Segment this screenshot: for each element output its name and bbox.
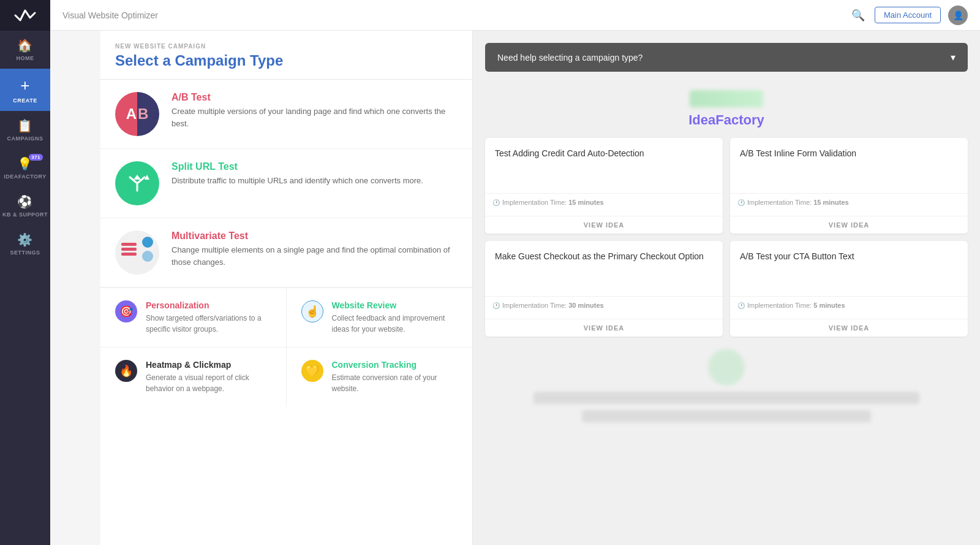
sidebar-item-campaigns-label: CAMPAIGNS xyxy=(7,135,43,142)
blur-bar-1 xyxy=(533,392,919,404)
app-title: Visual Website Optimizer xyxy=(62,10,851,20)
bottom-grid: 🎯 Personalization Show targeted offers/v… xyxy=(100,288,472,406)
idea-card-3-body: Make Guest Checkout as the Primary Check… xyxy=(485,241,723,296)
sidebar-item-ideafactory[interactable]: 371 💡 IDEAFACTORY xyxy=(0,149,50,187)
ab-test-desc: Create multiple versions of your landing… xyxy=(172,105,458,129)
new-campaign-label: NEW WEBSITE CAMPAIGN xyxy=(115,43,458,50)
blur-element-circle xyxy=(708,349,745,386)
idea-factory-section: IdeaFactory Test Adding Credit Card Auto… xyxy=(485,90,968,337)
personalization-desc: Show targeted offers/variations to a spe… xyxy=(146,313,271,335)
topbar: Visual Website Optimizer 🔍 Main Account … xyxy=(50,0,980,31)
sidebar-item-campaigns[interactable]: 📋 CAMPAIGNS xyxy=(0,111,50,149)
conversion-icon: 💛 xyxy=(301,360,323,382)
multivariate-desc: Change multiple elements on a single pag… xyxy=(172,244,458,268)
clock-icon-2: 🕐 xyxy=(737,199,745,206)
conversion-text: Conversion Tracking Estimate conversion … xyxy=(332,360,458,394)
kb-support-icon: ⚽ xyxy=(17,194,33,209)
idea-card-1: Test Adding Credit Card Auto-Detection 🕐… xyxy=(485,138,723,234)
ideas-grid: Test Adding Credit Card Auto-Detection 🕐… xyxy=(485,138,968,337)
settings-icon: ⚙️ xyxy=(17,232,33,247)
heatmap-name: Heatmap & Clickmap xyxy=(146,360,271,370)
right-panel: Need help selecting a campaign type? ▾ I… xyxy=(473,31,980,545)
personalization-name: Personalization xyxy=(146,300,271,310)
multivariate-text: Multivariate Test Change multiple elemen… xyxy=(172,231,458,268)
sidebar-item-kb-label: KB & SUPPORT xyxy=(2,212,48,218)
help-dropdown-label: Need help selecting a campaign type? xyxy=(497,53,643,63)
campaigns-icon: 📋 xyxy=(17,118,33,133)
idea-card-4-title: A/B Test your CTA Button Text xyxy=(740,251,958,263)
page-title: Select a Campaign Type xyxy=(115,52,458,69)
idea-card-2-title: A/B Test Inline Form Validation xyxy=(740,148,958,160)
svg-marker-0 xyxy=(134,175,141,180)
sidebar-item-home-label: HOME xyxy=(17,55,34,61)
website-review-desc: Collect feedback and improvement ideas f… xyxy=(332,313,458,335)
idea-card-3-time: 🕐 Implementation Time: 30 minutes xyxy=(492,302,715,309)
personalization-icon: 🎯 xyxy=(115,300,137,322)
website-review-item[interactable]: ☝️ Website Review Collect feedback and i… xyxy=(287,288,473,347)
heatmap-desc: Generate a visual report of click behavi… xyxy=(146,372,271,394)
ideafactory-badge: 371 xyxy=(29,154,43,161)
idea-card-1-body: Test Adding Credit Card Auto-Detection xyxy=(485,138,723,193)
chevron-down-icon: ▾ xyxy=(951,51,956,63)
avatar[interactable]: 👤 xyxy=(948,6,968,25)
ab-test-text: A/B Test Create multiple versions of you… xyxy=(172,92,458,129)
website-review-text: Website Review Collect feedback and impr… xyxy=(332,300,458,335)
ab-test-name: A/B Test xyxy=(172,92,458,103)
app-logo[interactable] xyxy=(0,0,50,31)
multivariate-icon xyxy=(115,231,159,275)
create-icon: + xyxy=(20,76,30,95)
conversion-desc: Estimate conversion rate of your website… xyxy=(332,372,458,394)
sidebar-item-settings-label: SETTINGS xyxy=(10,250,40,256)
website-review-name: Website Review xyxy=(332,300,458,310)
idea-card-3: Make Guest Checkout as the Primary Check… xyxy=(485,241,723,337)
panel-header: NEW WEBSITE CAMPAIGN Select a Campaign T… xyxy=(100,31,472,80)
idea-card-1-footer: 🕐 Implementation Time: 15 minutes xyxy=(485,193,723,216)
sidebar-item-settings[interactable]: ⚙️ SETTINGS xyxy=(0,225,50,263)
ab-test-icon: AB xyxy=(115,92,159,136)
sidebar-item-home[interactable]: 🏠 HOME xyxy=(0,31,50,69)
conversion-item[interactable]: 💛 Conversion Tracking Estimate conversio… xyxy=(287,347,473,406)
heatmap-item[interactable]: 🔥 Heatmap & Clickmap Generate a visual r… xyxy=(100,347,287,406)
idea-card-3-footer: 🕐 Implementation Time: 30 minutes xyxy=(485,296,723,319)
idea-card-3-title: Make Guest Checkout as the Primary Check… xyxy=(495,251,713,263)
home-icon: 🏠 xyxy=(17,38,33,53)
split-url-text: Split URL Test Distribute traffic to mul… xyxy=(172,161,423,187)
clock-icon-3: 🕐 xyxy=(492,302,500,309)
split-url-option[interactable]: Split URL Test Distribute traffic to mul… xyxy=(100,149,472,218)
idea-card-1-title: Test Adding Credit Card Auto-Detection xyxy=(495,148,713,160)
idea-card-2-footer: 🕐 Implementation Time: 15 minutes xyxy=(730,193,968,216)
idea-card-4: A/B Test your CTA Button Text 🕐 Implemen… xyxy=(730,241,968,337)
view-idea-3-button[interactable]: VIEW IDEA xyxy=(485,319,723,337)
website-review-icon: ☝️ xyxy=(301,300,323,322)
sidebar-item-create[interactable]: + CREATE xyxy=(0,69,50,111)
search-icon[interactable]: 🔍 xyxy=(851,9,865,22)
ab-test-option[interactable]: AB A/B Test Create multiple versions of … xyxy=(100,80,472,149)
main-account-button[interactable]: Main Account xyxy=(875,7,941,23)
clock-icon: 🕐 xyxy=(492,199,500,206)
idea-card-2: A/B Test Inline Form Validation 🕐 Implem… xyxy=(730,138,968,234)
idea-card-1-time: 🕐 Implementation Time: 15 minutes xyxy=(492,199,715,206)
personalization-item[interactable]: 🎯 Personalization Show targeted offers/v… xyxy=(100,288,287,347)
view-idea-1-button[interactable]: VIEW IDEA xyxy=(485,216,723,234)
sidebar-item-kb-support[interactable]: ⚽ KB & SUPPORT xyxy=(0,187,50,225)
view-idea-4-button[interactable]: VIEW IDEA xyxy=(730,319,968,337)
heatmap-icon: 🔥 xyxy=(115,360,137,382)
idea-card-4-time: 🕐 Implementation Time: 5 minutes xyxy=(737,302,960,309)
idea-card-4-body: A/B Test your CTA Button Text xyxy=(730,241,968,296)
split-url-desc: Distribute traffic to multiple URLs and … xyxy=(172,175,423,187)
multivariate-name: Multivariate Test xyxy=(172,231,458,242)
view-idea-2-button[interactable]: VIEW IDEA xyxy=(730,216,968,234)
multivariate-option[interactable]: Multivariate Test Change multiple elemen… xyxy=(100,218,472,288)
heatmap-text: Heatmap & Clickmap Generate a visual rep… xyxy=(146,360,271,394)
idea-card-2-time: 🕐 Implementation Time: 15 minutes xyxy=(737,199,960,206)
help-dropdown[interactable]: Need help selecting a campaign type? ▾ xyxy=(485,43,968,72)
personalization-text: Personalization Show targeted offers/var… xyxy=(146,300,271,335)
sidebar: 🏠 HOME + CREATE 📋 CAMPAIGNS 371 💡 IDEAFA… xyxy=(0,0,50,545)
left-panel: NEW WEBSITE CAMPAIGN Select a Campaign T… xyxy=(100,31,473,545)
idea-factory-blur-bar xyxy=(690,90,763,107)
main-content: NEW WEBSITE CAMPAIGN Select a Campaign T… xyxy=(100,31,980,545)
sidebar-item-create-label: CREATE xyxy=(13,97,37,104)
blurred-content xyxy=(485,349,968,422)
sidebar-item-ideafactory-label: IDEAFACTORY xyxy=(4,173,47,180)
split-url-name: Split URL Test xyxy=(172,161,423,172)
